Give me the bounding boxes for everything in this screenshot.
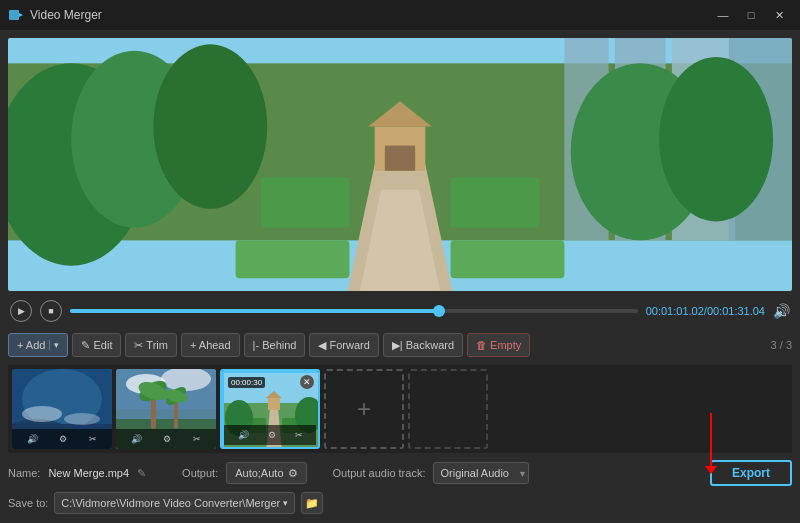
clips-area: 🔊 ⚙ ✂ <box>8 365 792 453</box>
play-button[interactable]: ▶ <box>10 300 32 322</box>
save-bar: Save to: C:\Vidmore\Vidmore Video Conver… <box>8 491 792 515</box>
add-dropdown-icon[interactable]: ▾ <box>49 340 59 350</box>
export-button[interactable]: Export <box>710 460 792 486</box>
clip-1[interactable]: 🔊 ⚙ ✂ <box>12 369 112 449</box>
svg-rect-17 <box>236 240 350 278</box>
svg-point-28 <box>64 413 100 425</box>
svg-rect-16 <box>451 177 540 228</box>
svg-rect-21 <box>385 146 415 171</box>
audio-track-select[interactable]: Original Audio <box>433 462 529 484</box>
total-time: 00:01:31.04 <box>707 305 765 317</box>
clip-3-fx-icon: ⚙ <box>268 430 276 440</box>
save-path-value: C:\Vidmore\Vidmore Video Converter\Merge… <box>61 497 280 509</box>
bottom-section: Name: New Merge.mp4 ✎ Output: Auto;Auto … <box>8 459 792 515</box>
name-label: Name: <box>8 467 40 479</box>
clip-3-thumb: 00:00:30 ✕ 🔊 ⚙ ✂ <box>222 371 318 447</box>
clip-2-fx-icon: ⚙ <box>163 434 171 444</box>
clip-1-overlay: 🔊 ⚙ ✂ <box>12 429 112 449</box>
backward-button[interactable]: ▶| Backward <box>383 333 463 357</box>
audio-track-label: Output audio track: <box>333 467 426 479</box>
output-value: Auto;Auto <box>235 467 283 479</box>
clip-1-thumb: 🔊 ⚙ ✂ <box>12 369 112 449</box>
app-icon <box>8 7 24 23</box>
toolbar: + Add ▾ ✎ Edit ✂ Trim + Ahead |- Behind … <box>8 331 792 359</box>
title-bar: Video Merger — □ ✕ <box>0 0 800 30</box>
output-label: Output: <box>182 467 218 479</box>
maximize-button[interactable]: □ <box>738 4 764 26</box>
name-output-bar: Name: New Merge.mp4 ✎ Output: Auto;Auto … <box>8 459 792 487</box>
edit-button[interactable]: ✎ Edit <box>72 333 121 357</box>
close-button[interactable]: ✕ <box>766 4 792 26</box>
save-path-dropdown-icon: ▾ <box>283 498 288 508</box>
clip-1-audio-icon: 🔊 <box>27 434 38 444</box>
svg-rect-45 <box>268 398 280 410</box>
svg-rect-0 <box>9 10 19 20</box>
clip-2-audio-icon: 🔊 <box>131 434 142 444</box>
forward-button[interactable]: ◀ Forward <box>309 333 378 357</box>
main-content: ▶ ■ 00:01:01.02/00:01:31.04 🔊 + Add ▾ ✎ … <box>0 30 800 523</box>
svg-marker-1 <box>19 13 23 17</box>
add-button[interactable]: + Add ▾ <box>8 333 68 357</box>
volume-icon[interactable]: 🔊 <box>773 303 790 319</box>
clip-count: 3 / 3 <box>771 339 792 351</box>
clip-2[interactable]: 🔊 ⚙ ✂ <box>116 369 216 449</box>
progress-handle[interactable] <box>433 305 445 317</box>
app-title: Video Merger <box>30 8 710 22</box>
arrow-head <box>705 466 717 474</box>
empty-button[interactable]: 🗑 Empty <box>467 333 530 357</box>
progress-section: ▶ ■ 00:01:01.02/00:01:31.04 🔊 <box>8 297 792 325</box>
open-folder-button[interactable]: 📁 <box>301 492 323 514</box>
time-display: 00:01:01.02/00:01:31.04 <box>646 305 765 317</box>
stop-button[interactable]: ■ <box>40 300 62 322</box>
current-time: 00:01:01.02 <box>646 305 704 317</box>
ahead-button[interactable]: + Ahead <box>181 333 240 357</box>
clip-1-cut-icon: ✂ <box>89 434 97 444</box>
clip-3-overlay: 🔊 ⚙ ✂ <box>224 425 316 445</box>
clip-2-cut-icon: ✂ <box>193 434 201 444</box>
export-arrow <box>710 413 712 468</box>
svg-rect-18 <box>451 240 565 278</box>
progress-fill <box>70 309 439 313</box>
svg-point-27 <box>22 406 62 422</box>
clip-2-thumb: 🔊 ⚙ ✂ <box>116 369 216 449</box>
clip-3-cut-icon: ✂ <box>295 430 303 440</box>
trim-button[interactable]: ✂ Trim <box>125 333 176 357</box>
output-button[interactable]: Auto;Auto ⚙ <box>226 462 306 484</box>
clip-2-overlay: 🔊 ⚙ ✂ <box>116 429 216 449</box>
audio-select-wrapper: Original Audio <box>433 462 529 484</box>
clip-3-audio-icon: 🔊 <box>238 430 249 440</box>
clip-1-fx-icon: ⚙ <box>59 434 67 444</box>
add-label: + Add <box>17 339 45 351</box>
window-controls: — □ ✕ <box>710 4 792 26</box>
save-path-button[interactable]: C:\Vidmore\Vidmore Video Converter\Merge… <box>54 492 295 514</box>
save-label: Save to: <box>8 497 48 509</box>
folder-icon: 📁 <box>305 497 319 510</box>
clip-3-time: 00:00:30 <box>228 377 265 388</box>
video-preview <box>8 38 792 291</box>
svg-point-12 <box>659 57 773 221</box>
clip-3[interactable]: 00:00:30 ✕ 🔊 ⚙ ✂ <box>220 369 320 449</box>
svg-rect-15 <box>261 177 350 228</box>
progress-bar[interactable] <box>70 309 638 313</box>
output-gear-icon: ⚙ <box>288 467 298 480</box>
edit-name-icon[interactable]: ✎ <box>137 467 146 480</box>
clip-3-close[interactable]: ✕ <box>300 375 314 389</box>
minimize-button[interactable]: — <box>710 4 736 26</box>
svg-point-10 <box>153 44 267 208</box>
name-value: New Merge.mp4 <box>48 467 129 479</box>
clip-placeholder <box>408 369 488 449</box>
add-clip-button[interactable]: + <box>324 369 404 449</box>
behind-button[interactable]: |- Behind <box>244 333 306 357</box>
